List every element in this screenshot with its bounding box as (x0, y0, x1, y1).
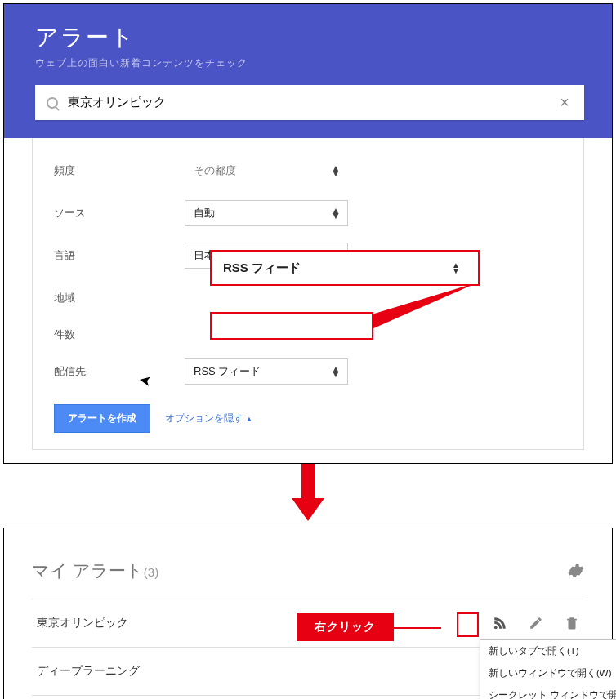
my-alerts-title: マイ アラート(3) (32, 559, 158, 582)
alert-name: ディープラーニング (37, 664, 493, 679)
chevron-updown-icon: ▲▼ (331, 367, 341, 376)
svg-point-3 (494, 626, 498, 629)
alerts-create-panel: アラート ウェブ上の面白い新着コンテンツをチェック × 頻度 その都度 ▲▼ ソ… (3, 3, 613, 464)
destination-select[interactable]: RSS フィード ▲▼ (185, 358, 348, 385)
gear-icon[interactable] (566, 562, 584, 580)
clear-search-icon[interactable]: × (556, 93, 573, 112)
source-label: ソース (54, 206, 185, 220)
svg-marker-0 (372, 282, 480, 329)
flow-arrow-icon (292, 464, 324, 521)
chevron-updown-icon: ▲▼ (452, 260, 462, 276)
row-count: 件数 (33, 319, 583, 350)
create-alert-button[interactable]: アラートを作成 (54, 404, 150, 433)
annotation-right-click-label: 右クリック (297, 613, 394, 641)
edit-icon[interactable] (529, 616, 543, 630)
source-select[interactable]: 自動 ▲▼ (185, 200, 348, 226)
row-destination: 配信先 RSS フィード ▲▼ (33, 350, 583, 393)
trash-icon[interactable] (565, 616, 579, 630)
annotation-connector (372, 282, 481, 331)
my-alerts-panel: マイ アラート(3) 東京オリンピック ディープラーニング (3, 528, 613, 699)
my-alerts-header: マイ アラート(3) (32, 551, 584, 599)
search-bar[interactable]: × (35, 85, 584, 120)
row-source: ソース 自動 ▲▼ (33, 192, 583, 234)
menu-item-open-window[interactable]: 新しいウィンドウで開く(W) (480, 662, 616, 684)
frequency-label: 頻度 (54, 163, 185, 178)
hide-options-link[interactable]: オプションを隠す (165, 412, 252, 425)
destination-label: 配信先 (54, 364, 185, 379)
page-title: アラート (35, 22, 584, 53)
chevron-updown-icon: ▲▼ (331, 166, 341, 176)
alert-options-card: 頻度 その都度 ▲▼ ソース 自動 ▲▼ 言語 日本語 ▲▼ (32, 138, 584, 450)
annotation-rss-callout: RSS フィード ▲▼ (210, 250, 480, 286)
context-menu: 新しいタブで開く(T) 新しいウィンドウで開く(W) シークレット ウィンドウで… (480, 639, 616, 699)
search-input[interactable] (66, 95, 556, 110)
header: アラート ウェブ上の面白い新着コンテンツをチェック × (4, 4, 612, 138)
frequency-select[interactable]: その都度 ▲▼ (185, 158, 348, 184)
region-label: 地域 (54, 291, 185, 305)
language-label: 言語 (54, 248, 185, 263)
count-label: 件数 (54, 327, 185, 342)
row-frequency: 頻度 その都度 ▲▼ (33, 149, 583, 192)
menu-item-open-incognito[interactable]: シークレット ウィンドウで開く(G) (480, 684, 616, 699)
svg-rect-1 (301, 464, 315, 498)
chevron-updown-icon: ▲▼ (331, 208, 341, 218)
search-icon (47, 97, 58, 109)
svg-marker-2 (292, 498, 324, 521)
actions: アラートを作成 オプションを隠す (33, 393, 583, 433)
page-subtitle: ウェブ上の面白い新着コンテンツをチェック (35, 56, 584, 70)
rss-icon[interactable] (493, 616, 507, 630)
menu-item-open-tab[interactable]: 新しいタブで開く(T) (480, 640, 616, 662)
